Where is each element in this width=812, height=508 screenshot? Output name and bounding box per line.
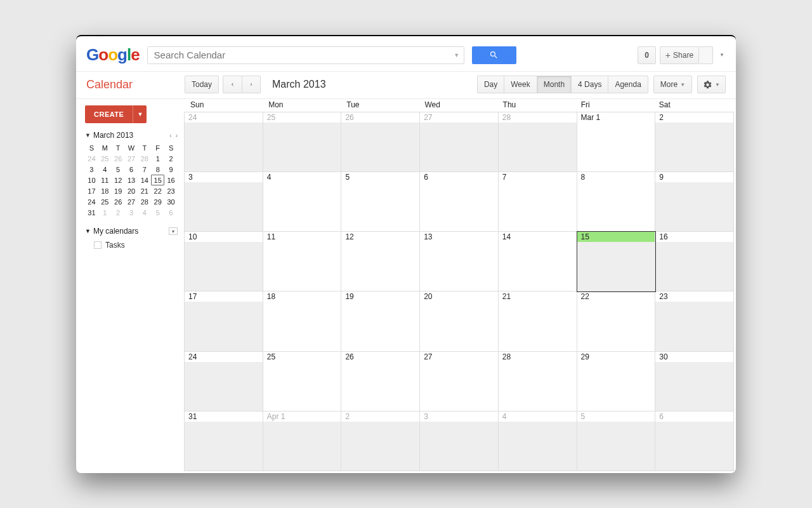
mini-day[interactable]: 11 [98, 175, 112, 185]
mini-day[interactable]: 16 [164, 175, 178, 185]
day-cell[interactable]: 23 [655, 291, 734, 351]
mini-day[interactable]: 26 [112, 196, 125, 207]
mini-day[interactable]: 28 [138, 196, 151, 207]
day-cell[interactable]: 11 [263, 232, 342, 291]
mini-day[interactable]: 25 [98, 196, 112, 207]
day-cell[interactable]: 31 [185, 411, 263, 471]
mini-day[interactable]: 17 [85, 185, 98, 196]
day-cell[interactable]: 24 [185, 352, 263, 411]
view-week[interactable]: Week [504, 76, 536, 93]
account-dropdown-icon[interactable]: ▼ [717, 52, 724, 58]
day-cell[interactable]: 3 [185, 172, 263, 232]
day-cell[interactable]: 8 [577, 172, 656, 232]
mini-day[interactable]: 6 [125, 164, 138, 175]
mini-day[interactable]: 29 [151, 196, 164, 207]
day-cell[interactable]: 29 [577, 352, 656, 411]
my-calendars-header[interactable]: ▼ My calendars ▾ [85, 227, 178, 236]
mini-day[interactable]: 24 [85, 196, 98, 207]
day-cell[interactable]: 25 [263, 352, 342, 411]
day-cell[interactable]: 22 [577, 291, 656, 351]
day-cell[interactable]: Apr 1 [263, 411, 342, 471]
day-cell[interactable]: Mar 1 [577, 112, 656, 172]
mini-day[interactable]: 10 [85, 175, 98, 185]
day-cell[interactable]: 16 [655, 232, 734, 291]
tasks-checkbox[interactable] [94, 241, 102, 249]
day-cell[interactable]: 28 [499, 352, 577, 411]
mini-day[interactable]: 21 [138, 185, 151, 196]
search-dropdown-icon[interactable]: ▼ [450, 52, 464, 58]
day-cell[interactable]: 30 [655, 352, 734, 411]
day-cell[interactable]: 5 [341, 172, 420, 232]
share-target-chip[interactable] [699, 46, 713, 64]
view-4-days[interactable]: 4 Days [571, 76, 608, 93]
day-cell[interactable]: 27 [420, 352, 499, 411]
day-cell[interactable]: 24 [185, 112, 263, 172]
day-cell[interactable]: 3 [420, 411, 499, 471]
view-day[interactable]: Day [477, 76, 504, 93]
mini-day[interactable]: 7 [138, 164, 151, 175]
settings-button[interactable]: ▼ [697, 76, 726, 93]
create-button[interactable]: CREATE [85, 105, 133, 123]
mini-day[interactable]: 22 [151, 185, 164, 196]
mini-next-icon[interactable]: › [176, 132, 178, 139]
view-agenda[interactable]: Agenda [608, 76, 648, 93]
day-cell[interactable]: 15 [577, 232, 656, 291]
day-cell[interactable]: 28 [499, 112, 577, 172]
search-box[interactable]: ▼ [147, 46, 464, 64]
day-cell[interactable]: 21 [499, 291, 577, 351]
mini-day[interactable]: 2 [164, 153, 178, 164]
day-cell[interactable]: 25 [263, 112, 342, 172]
mini-day[interactable]: 12 [112, 175, 125, 185]
day-cell[interactable]: 2 [341, 411, 420, 471]
today-button[interactable]: Today [185, 76, 219, 93]
mini-day[interactable]: 14 [138, 175, 151, 185]
day-cell[interactable]: 7 [499, 172, 577, 232]
day-cell[interactable]: 14 [499, 232, 577, 291]
day-cell[interactable]: 6 [655, 411, 734, 471]
mini-day[interactable]: 3 [85, 164, 98, 175]
notifications-button[interactable]: 0 [638, 46, 656, 64]
day-cell[interactable]: 2 [655, 112, 734, 172]
mini-day[interactable]: 1 [151, 153, 164, 164]
my-calendars-menu-icon[interactable]: ▾ [169, 227, 178, 235]
mini-day[interactable]: 31 [85, 207, 98, 218]
mini-day[interactable]: 9 [164, 164, 178, 175]
day-cell[interactable]: 9 [655, 172, 734, 232]
day-cell[interactable]: 4 [499, 411, 577, 471]
mini-day[interactable]: 13 [125, 175, 138, 185]
search-button[interactable] [472, 46, 516, 64]
day-cell[interactable]: 27 [420, 112, 499, 172]
mini-day[interactable]: 5 [112, 164, 125, 175]
mini-day[interactable]: 4 [98, 164, 112, 175]
mini-day[interactable]: 30 [164, 196, 178, 207]
mini-day[interactable]: 20 [125, 185, 138, 196]
day-cell[interactable]: 12 [341, 232, 420, 291]
prev-button[interactable] [223, 76, 242, 93]
day-cell[interactable]: 20 [420, 291, 499, 351]
day-cell[interactable]: 26 [341, 352, 420, 411]
day-cell[interactable]: 4 [263, 172, 342, 232]
day-cell[interactable]: 19 [341, 291, 420, 351]
day-cell[interactable]: 26 [341, 112, 420, 172]
mini-day[interactable]: 8 [151, 164, 164, 175]
triangle-down-icon[interactable]: ▼ [85, 132, 91, 138]
day-cell[interactable]: 5 [577, 411, 656, 471]
day-cell[interactable]: 17 [185, 291, 263, 351]
mini-day[interactable]: 27 [125, 196, 138, 207]
day-cell[interactable]: 13 [420, 232, 499, 291]
search-input[interactable] [148, 47, 450, 64]
day-cell[interactable]: 10 [185, 232, 263, 291]
view-month[interactable]: Month [537, 76, 571, 93]
more-button[interactable]: More ▼ [653, 76, 692, 93]
create-dropdown-button[interactable]: ▼ [133, 105, 147, 123]
day-cell[interactable]: 6 [420, 172, 499, 232]
next-button[interactable] [242, 76, 261, 93]
calendar-tasks-row[interactable]: Tasks [94, 241, 178, 250]
day-cell[interactable]: 18 [263, 291, 342, 351]
mini-day[interactable]: 23 [164, 185, 178, 196]
share-button[interactable]: + Share [660, 46, 699, 64]
mini-prev-icon[interactable]: ‹ [169, 132, 171, 139]
mini-day[interactable]: 19 [112, 185, 125, 196]
mini-day[interactable]: 15 [151, 175, 164, 185]
mini-day[interactable]: 18 [98, 185, 112, 196]
